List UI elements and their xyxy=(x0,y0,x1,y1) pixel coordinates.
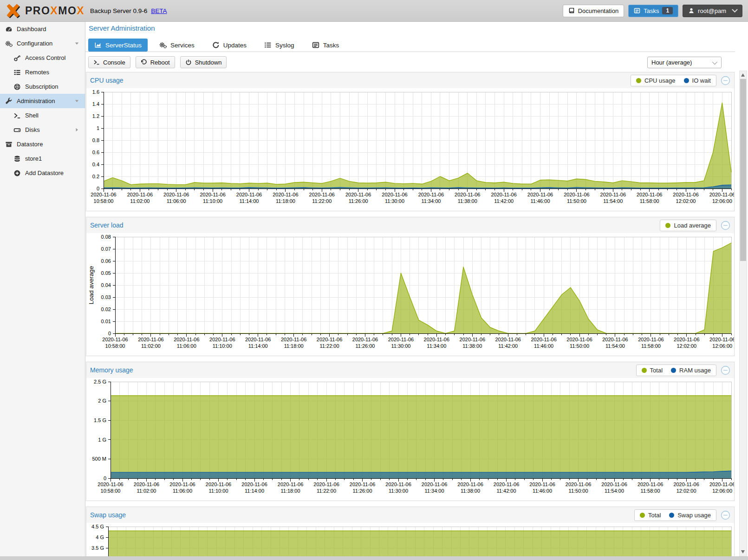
legend-dot-icon xyxy=(636,78,641,83)
sidebar-item-label: Access Control xyxy=(25,54,65,61)
svg-text:11:54:00: 11:54:00 xyxy=(603,198,623,204)
beta-link[interactable]: BETA xyxy=(151,7,167,14)
svg-text:2.5 G: 2.5 G xyxy=(94,379,106,384)
top-bar: PROXMOX Backup Server 0.9-6 BETA Documen… xyxy=(0,0,748,22)
svg-text:11:06:00: 11:06:00 xyxy=(173,488,192,494)
sidebar-item-administration[interactable]: Administration xyxy=(0,94,85,108)
collapse-panel-icon[interactable] xyxy=(721,510,730,520)
swap-usage-chart: 0500 M1 G1.5 G2 G2.5 G3 G3.5 G4 G4.5 G20… xyxy=(86,523,734,560)
sidebar-item-dashboard[interactable]: Dashboard xyxy=(0,22,85,36)
legend-item-load-average[interactable]: Load average xyxy=(665,222,711,229)
collapse-panel-icon[interactable] xyxy=(721,221,730,230)
svg-text:11:42:00: 11:42:00 xyxy=(497,488,516,494)
user-label: root@pam xyxy=(698,7,726,14)
panel-header: Server loadLoad average xyxy=(86,217,734,233)
svg-text:2020-11-06: 2020-11-06 xyxy=(138,337,163,342)
tab-services[interactable]: Services xyxy=(153,39,201,52)
button-label: Shutdown xyxy=(195,59,222,66)
svg-text:12:06:00: 12:06:00 xyxy=(712,488,732,494)
collapse-panel-icon[interactable] xyxy=(721,365,730,375)
chart-legend[interactable]: Load average xyxy=(660,220,716,231)
svg-text:2020-11-06: 2020-11-06 xyxy=(601,482,627,487)
legend-item-ram-usage[interactable]: RAM usage xyxy=(671,367,711,374)
svg-text:0.02: 0.02 xyxy=(101,306,111,312)
svg-text:2020-11-06: 2020-11-06 xyxy=(350,482,375,487)
collapse-panel-icon[interactable] xyxy=(721,76,730,85)
legend-item-io-wait[interactable]: IO wait xyxy=(684,77,711,84)
svg-text:11:14:00: 11:14:00 xyxy=(248,343,268,349)
chart-legend[interactable]: CPU usageIO wait xyxy=(631,75,716,86)
user-menu-button[interactable]: root@pam xyxy=(683,5,742,17)
svg-text:11:10:00: 11:10:00 xyxy=(209,488,228,494)
legend-label: CPU usage xyxy=(644,77,675,84)
svg-text:0.07: 0.07 xyxy=(101,246,111,252)
chart-legend[interactable]: TotalRAM usage xyxy=(636,365,716,376)
sidebar-item-subscription[interactable]: Subscription xyxy=(0,79,85,94)
server-load-panel: Server loadLoad average00.010.020.030.04… xyxy=(86,217,735,356)
svg-text:2020-11-06: 2020-11-06 xyxy=(460,337,485,342)
sidebar-item-configuration[interactable]: Configuration xyxy=(0,36,85,51)
tab-tasks[interactable]: Tasks xyxy=(306,39,345,52)
svg-text:2020-11-06: 2020-11-06 xyxy=(385,482,411,487)
svg-text:0.01: 0.01 xyxy=(101,319,111,324)
tab-label: Updates xyxy=(223,42,247,49)
svg-text:2020-11-06: 2020-11-06 xyxy=(531,337,556,342)
legend-item-swap-usage[interactable]: Swap usage xyxy=(669,512,711,519)
sidebar-item-disks[interactable]: Disks xyxy=(0,123,85,137)
panel-header: Swap usageTotalSwap usage xyxy=(86,507,734,523)
svg-text:2020-11-06: 2020-11-06 xyxy=(102,337,128,342)
sidebar-item-label: Datastore xyxy=(17,141,43,148)
svg-text:0.04: 0.04 xyxy=(101,282,111,288)
svg-text:2020-11-06: 2020-11-06 xyxy=(241,482,267,487)
tab-serverstatus[interactable]: ServerStatus xyxy=(88,39,148,52)
tab-label: Tasks xyxy=(323,42,339,49)
sidebar-item-datastore[interactable]: Datastore xyxy=(0,137,85,151)
svg-text:2020-11-06: 2020-11-06 xyxy=(600,192,626,197)
sidebar-item-remotes[interactable]: Remotes xyxy=(0,65,85,79)
legend-item-total[interactable]: Total xyxy=(642,367,663,374)
sidebar-item-add-datastore[interactable]: Add Datastore xyxy=(0,166,85,180)
svg-text:2020-11-06: 2020-11-06 xyxy=(457,482,483,487)
sidebar-item-access-control[interactable]: Access Control xyxy=(0,51,85,65)
area-icon xyxy=(94,41,102,49)
documentation-button[interactable]: Documentation xyxy=(563,5,624,17)
ring-icon xyxy=(13,83,21,91)
tab-syslog[interactable]: Syslog xyxy=(258,39,300,52)
scrollbar-thumb[interactable] xyxy=(740,79,746,261)
svg-text:1.5 G: 1.5 G xyxy=(94,417,106,423)
box-icon xyxy=(5,141,13,148)
svg-text:2020-11-06: 2020-11-06 xyxy=(91,192,116,197)
sidebar-item-shell[interactable]: Shell xyxy=(0,108,85,123)
tasks-button[interactable]: Tasks 1 xyxy=(628,5,678,17)
proxmox-logo-icon xyxy=(5,2,21,19)
legend-item-cpu-usage[interactable]: CPU usage xyxy=(636,77,675,84)
book-icon xyxy=(568,7,575,14)
timeframe-select[interactable]: Hour (average) xyxy=(647,57,722,68)
svg-text:2020-11-06: 2020-11-06 xyxy=(127,192,153,197)
vertical-scrollbar[interactable] xyxy=(739,71,747,556)
scroll-down-arrow-icon[interactable] xyxy=(741,550,745,553)
svg-text:500 M: 500 M xyxy=(92,456,106,462)
sidebar-item-store1[interactable]: store1 xyxy=(0,151,85,166)
svg-text:2020-11-06: 2020-11-06 xyxy=(206,482,231,487)
svg-text:0.06: 0.06 xyxy=(101,258,111,264)
chart-legend[interactable]: TotalSwap usage xyxy=(634,509,716,521)
console-button[interactable]: Console xyxy=(88,56,130,68)
swap-usage-panel: Swap usageTotalSwap usage0500 M1 G1.5 G2… xyxy=(86,507,735,560)
panel-header: CPU usageCPU usageIO wait xyxy=(86,72,734,88)
server-load-chart: 00.010.020.030.040.050.060.070.082020-11… xyxy=(86,233,734,355)
svg-text:1.4: 1.4 xyxy=(92,101,99,107)
shutdown-button[interactable]: Shutdown xyxy=(180,56,227,68)
brand-wordmark: PROXMOX xyxy=(25,5,85,17)
svg-text:2020-11-06: 2020-11-06 xyxy=(491,192,516,197)
reboot-button[interactable]: Reboot xyxy=(136,56,175,68)
scroll-up-arrow-icon[interactable] xyxy=(741,73,745,77)
svg-text:2020-11-06: 2020-11-06 xyxy=(281,337,306,342)
panel-title: Memory usage xyxy=(90,366,133,374)
svg-text:4 G: 4 G xyxy=(96,534,104,540)
svg-text:2020-11-06: 2020-11-06 xyxy=(495,337,520,342)
legend-item-total[interactable]: Total xyxy=(640,512,661,519)
tab-updates[interactable]: Updates xyxy=(206,39,253,52)
task-list-icon xyxy=(634,7,640,14)
cpu-usage-chart: 00.20.40.60.811.21.41.62020-11-0610:58:0… xyxy=(86,88,734,210)
